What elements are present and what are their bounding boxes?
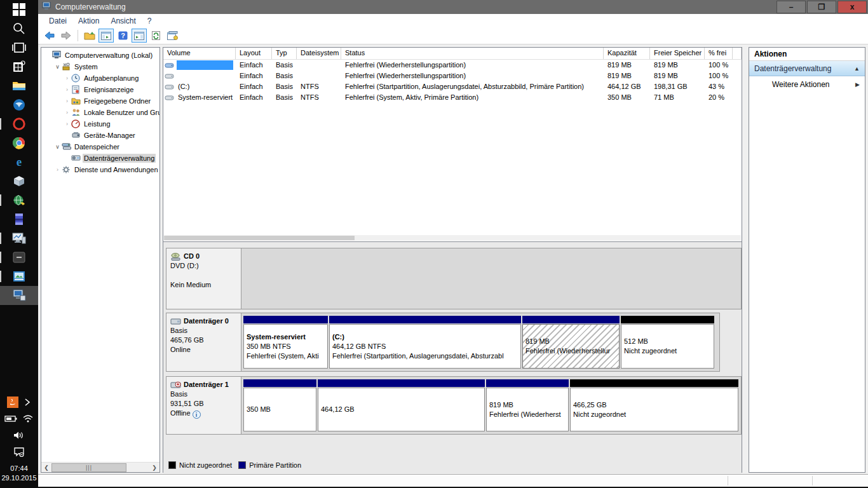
chevron-right-icon[interactable]: › xyxy=(63,75,71,81)
menu-item-help[interactable]: ? xyxy=(142,15,158,27)
partition-primary[interactable]: 350 MB xyxy=(243,379,316,431)
chevron-right-icon[interactable]: › xyxy=(63,86,71,93)
more-actions-item[interactable]: Weitere Aktionen ▶ xyxy=(749,76,865,93)
wifi-icon[interactable] xyxy=(22,414,34,423)
collapse-caret-icon[interactable]: ▲ xyxy=(854,65,860,72)
menu-item-ansicht[interactable]: Ansicht xyxy=(105,15,141,27)
partition-body: 466,25 GBNicht zugeordnet xyxy=(570,388,738,431)
partition-primary[interactable]: 819 MBFehlerfrei (Wiederherst xyxy=(486,379,569,431)
show-hidden-icons-chevron[interactable] xyxy=(24,398,31,407)
java-tray-icon[interactable] xyxy=(7,396,18,408)
globe-app-button[interactable] xyxy=(0,191,38,210)
console-app-button[interactable] xyxy=(0,248,38,267)
clock[interactable]: 07:44 29.10.2015 xyxy=(0,464,38,483)
computer-management-button[interactable] xyxy=(0,286,38,305)
tree-item-3[interactable]: ›Ereignisanzeige xyxy=(41,84,159,95)
task-view-button[interactable] xyxy=(0,38,38,57)
table-row[interactable]: EinfachBasisFehlerfrei (Wiederherstellun… xyxy=(163,71,742,81)
window-new-icon xyxy=(167,31,178,40)
opera-button[interactable] xyxy=(0,114,38,133)
show-console-tree-button[interactable] xyxy=(82,29,97,43)
chevron-down-icon[interactable]: ∨ xyxy=(53,64,62,70)
info-icon[interactable]: i xyxy=(193,410,201,419)
partition-status: Fehlerfrei (Startpartition, Auslagerungs… xyxy=(332,351,518,361)
scrollbar-thumb[interactable]: ||| xyxy=(51,463,126,472)
column-header-Kapazität[interactable]: Kapazität xyxy=(604,48,650,59)
action-center-icon[interactable] xyxy=(13,447,25,457)
disk-info[interactable]: CD 0DVD (D:) Kein Medium xyxy=(166,248,241,309)
start-button[interactable] xyxy=(0,0,38,19)
table-row[interactable]: (C:)EinfachBasisNTFSFehlerfrei (Startpar… xyxy=(163,81,742,92)
tree-item-5[interactable]: ›Lokale Benutzer und Gru xyxy=(41,107,159,118)
battery-icon[interactable] xyxy=(4,415,17,423)
table-row[interactable]: EinfachBasisFehlerfrei (Wiederherstellun… xyxy=(163,60,742,71)
running-indicator xyxy=(0,118,1,130)
forward-button[interactable] xyxy=(58,29,74,43)
search-button[interactable] xyxy=(0,19,38,38)
tree-item-7[interactable]: Geräte-Manager xyxy=(41,130,159,141)
column-header-% frei[interactable]: % frei xyxy=(705,48,733,59)
menu-item-datei[interactable]: Datei xyxy=(43,15,72,27)
help-button[interactable]: ? xyxy=(115,29,130,43)
actions-group-disk-management[interactable]: Datenträgerverwaltung ▲ xyxy=(749,61,865,76)
scroll-left-arrow[interactable]: ❮ xyxy=(41,463,51,473)
partition-unallocated[interactable]: 512 MBNicht zugeordnet xyxy=(621,316,714,369)
partition-primary[interactable]: (C:)464,12 GB NTFSFehlerfrei (Startparti… xyxy=(329,316,521,369)
maximize-button[interactable]: ❐ xyxy=(807,1,836,13)
chevron-right-icon[interactable]: › xyxy=(63,121,71,127)
tree-item-9[interactable]: Datenträgerverwaltung xyxy=(41,152,159,164)
task-scheduler-icon xyxy=(71,74,81,83)
disk-info[interactable]: Datenträger 1Basis931,51 GBOfflinei xyxy=(166,377,241,434)
list-horizontal-scrollbar[interactable] xyxy=(164,235,741,241)
disk-info[interactable]: Datenträger 0Basis465,76 GBOnline xyxy=(166,313,241,371)
action-pane-toggle-button[interactable] xyxy=(132,29,147,43)
thunderbird-button[interactable] xyxy=(0,95,38,114)
close-button[interactable]: x xyxy=(837,1,867,13)
tree-item-1[interactable]: ∨System xyxy=(41,61,159,72)
minimize-button[interactable]: – xyxy=(776,1,806,13)
table-row[interactable]: System-reserviertEinfachBasisNTFSFehlerf… xyxy=(163,92,742,103)
chevron-right-icon[interactable]: › xyxy=(53,166,62,173)
refresh-button[interactable] xyxy=(148,29,163,43)
column-header-Layout[interactable]: Layout xyxy=(236,48,272,59)
back-button[interactable] xyxy=(42,29,57,43)
file-explorer-button[interactable] xyxy=(0,76,38,95)
tree-item-6[interactable]: ›Leistung xyxy=(41,118,159,130)
disk-info-line: Online xyxy=(170,345,238,355)
tree-item-2[interactable]: ›Aufgabenplanung xyxy=(41,72,159,84)
column-header-Dateisystem[interactable]: Dateisystem xyxy=(297,48,341,59)
scroll-right-arrow[interactable]: ❯ xyxy=(149,463,159,473)
column-header-Freier Speicher[interactable]: Freier Speicher xyxy=(650,48,705,59)
chrome-button[interactable] xyxy=(0,133,38,152)
column-header-Status[interactable]: Status xyxy=(341,48,604,59)
chevron-right-icon[interactable]: › xyxy=(63,109,71,116)
services-icon xyxy=(62,165,71,174)
tree-item-8[interactable]: ∨Datenspeicher xyxy=(41,141,159,152)
movies-app-button[interactable] xyxy=(0,210,38,229)
toolbar: ? xyxy=(38,27,868,44)
store-button[interactable] xyxy=(0,57,38,76)
chevron-down-icon[interactable]: ∨ xyxy=(53,144,62,150)
store-icon xyxy=(13,60,25,73)
new-console-button[interactable] xyxy=(165,29,180,43)
tree-horizontal-scrollbar[interactable]: ❮ ||| ❯ xyxy=(41,462,159,472)
system-monitor-button[interactable] xyxy=(0,229,38,248)
partition-primary[interactable]: System-reserviert350 MB NTFSFehlerfrei (… xyxy=(243,316,328,369)
column-header-blank[interactable] xyxy=(733,48,742,59)
scrollbar-thumb[interactable] xyxy=(164,236,355,240)
tree-item-0[interactable]: Computerverwaltung (Lokal) xyxy=(41,50,159,61)
menu-item-aktion[interactable]: Aktion xyxy=(72,15,105,27)
console-tree-toggle-button[interactable] xyxy=(98,29,114,43)
photos-app-button[interactable] xyxy=(0,267,38,286)
tree-item-10[interactable]: ›Dienste und Anwendungen xyxy=(41,164,159,175)
3d-builder-button[interactable] xyxy=(0,172,38,191)
chevron-right-icon[interactable]: › xyxy=(63,98,71,104)
column-header-Volume[interactable]: Volume xyxy=(163,48,236,59)
partition-primary[interactable]: 464,12 GB xyxy=(318,379,485,431)
partition-primary[interactable]: 819 MBFehlerfrei (Wiederherstellur xyxy=(522,316,620,369)
edge-button[interactable]: e xyxy=(0,152,38,172)
volume-icon[interactable] xyxy=(13,431,25,440)
partition-unallocated[interactable]: 466,25 GBNicht zugeordnet xyxy=(570,379,738,431)
tree-item-4[interactable]: ›Freigegebene Ordner xyxy=(41,95,159,107)
column-header-Typ[interactable]: Typ xyxy=(272,48,297,59)
